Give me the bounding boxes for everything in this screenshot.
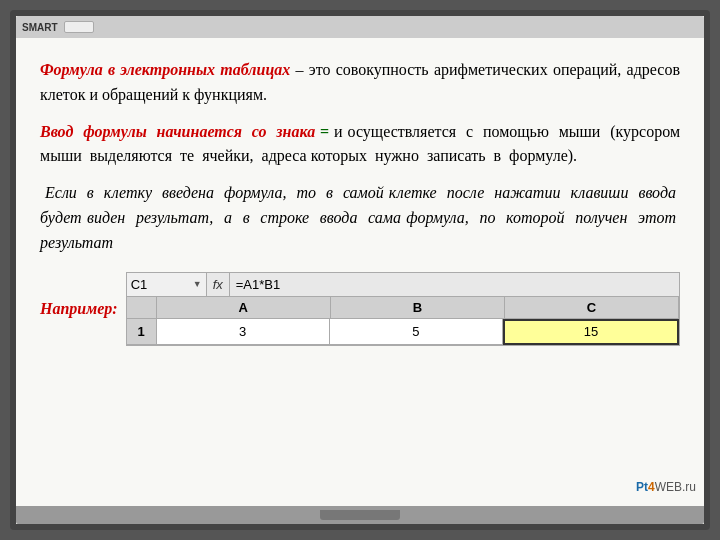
main-content: Формула в электронных таблицах – это сов… xyxy=(16,38,704,506)
cell-b1[interactable]: 5 xyxy=(330,319,503,345)
smartboard-bottom-bar xyxy=(16,506,704,524)
col-header-c: C xyxy=(505,297,679,319)
dropdown-arrow-icon: ▼ xyxy=(193,279,202,289)
paragraph-1: Формула в электронных таблицах – это сов… xyxy=(40,58,680,108)
napример-label: Например: xyxy=(40,300,118,318)
watermark-web: WEB.ru xyxy=(655,480,696,494)
equals-sign: = xyxy=(320,123,329,140)
watermark-pt: Pt xyxy=(636,480,648,494)
text-body: Формула в электронных таблицах – это сов… xyxy=(40,58,680,268)
watermark: Pt4WEB.ru xyxy=(636,480,696,494)
fx-icon: fx xyxy=(207,273,230,296)
formula-display: =A1*B1 xyxy=(230,277,286,292)
smartboard-foot xyxy=(320,510,400,520)
spreadsheet: C1 ▼ fx =A1*B1 A B xyxy=(126,272,680,346)
smartboard: SMART Формула в электронных таблицах – э… xyxy=(10,10,710,530)
paragraph-2: Ввод формулы начинается со знака = и осу… xyxy=(40,120,680,170)
watermark-four: 4 xyxy=(648,480,655,494)
formula-input-highlight: Ввод формулы начинается со знака xyxy=(40,123,320,140)
cell-reference-box[interactable]: C1 ▼ xyxy=(127,273,207,296)
example-row: Например: C1 ▼ fx =A1*B1 A xyxy=(40,272,680,346)
cell-ref-text: C1 xyxy=(131,277,148,292)
row-number-1: 1 xyxy=(127,319,157,345)
cell-c1[interactable]: 15 xyxy=(503,319,679,345)
paragraph-3-text: Если в клетку введена формула, то в само… xyxy=(40,184,680,251)
smartboard-logo: SMART xyxy=(22,22,58,33)
smartboard-toolbar: SMART xyxy=(16,16,704,38)
paragraph-3: Если в клетку введена формула, то в само… xyxy=(40,181,680,255)
formula-definition-highlight: Формула в электронных таблицах xyxy=(40,61,290,78)
smartboard-button[interactable] xyxy=(64,21,94,33)
row-number-header xyxy=(127,297,157,319)
column-headers: A B C xyxy=(127,297,679,319)
col-header-b: B xyxy=(331,297,505,319)
cell-a1[interactable]: 3 xyxy=(157,319,330,345)
formula-bar: C1 ▼ fx =A1*B1 xyxy=(127,273,679,297)
table-grid: A B C 1 3 xyxy=(127,297,679,345)
col-header-a: A xyxy=(157,297,331,319)
table-row-1: 1 3 5 15 xyxy=(127,319,679,345)
